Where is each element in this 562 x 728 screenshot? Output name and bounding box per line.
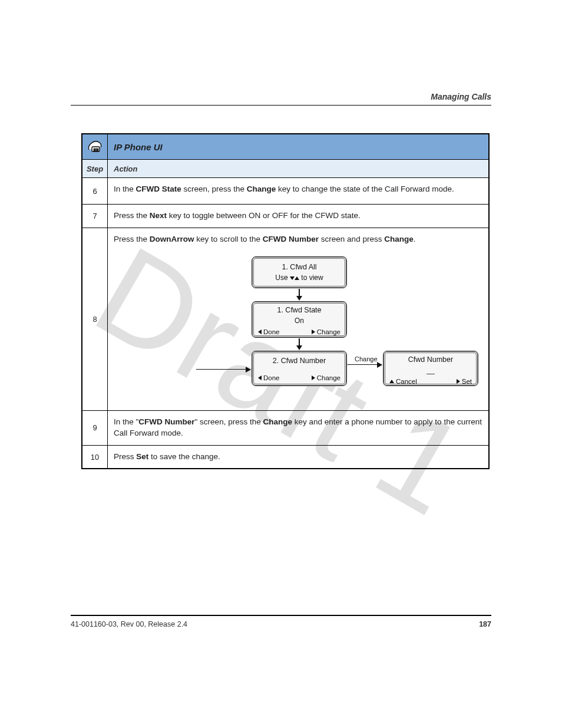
footer-doc-id: 41-001160-03, Rev 00, Release 2.4 <box>71 620 187 628</box>
flow-diagram: 1. Cfwd All Use to view 1. Cfwd State On <box>114 245 482 404</box>
col-header-step: Step <box>82 160 108 178</box>
svg-point-6 <box>97 150 98 151</box>
lcd-softkey-change: Change <box>312 327 340 337</box>
arrow-down-icon <box>296 338 302 350</box>
phone-ui-icon <box>82 134 108 160</box>
header-section-title: Managing Calls <box>431 92 491 101</box>
lcd-softkey-set: Set <box>457 377 472 386</box>
step-number: 10 <box>82 445 108 469</box>
lcd-softkey-done: Done <box>258 327 280 337</box>
lcd-screen-cfwd-number-entry: Cfwd Number __ Cancel Set <box>384 351 478 386</box>
table-row: 10 Press Set to save the change. <box>82 445 489 469</box>
lcd-screen-cfwd-state: 1. Cfwd State On Done Change <box>252 302 346 337</box>
step-number: 9 <box>82 410 108 445</box>
lcd-line: Use to view <box>254 272 345 283</box>
lcd-line: 1. Cfwd All <box>254 259 345 273</box>
triangle-down-icon <box>290 276 295 280</box>
table-row: 9 In the "CFWD Number" screen, press the… <box>82 410 489 445</box>
page: Managing Calls Draft 1 <box>0 0 562 728</box>
step-action-text: Press the DownArrow key to scroll to the… <box>114 234 482 245</box>
step-number: 7 <box>82 205 108 228</box>
lcd-screen-cfwd-all: 1. Cfwd All Use to view <box>252 257 346 288</box>
lcd-softkey-done: Done <box>258 373 280 383</box>
footer-rule <box>71 615 491 616</box>
arrow-right-icon <box>348 364 382 365</box>
svg-point-3 <box>97 149 98 150</box>
triangle-up-icon <box>389 380 394 383</box>
step-action: In the "CFWD Number" screen, press the C… <box>108 410 490 445</box>
step-number: 6 <box>82 178 108 205</box>
table-header-row: Step Action <box>82 160 489 178</box>
flow-edge-label: Change <box>355 355 378 364</box>
procedure-table: IP Phone UI Step Action 6 In the CFWD St… <box>81 133 490 469</box>
svg-point-4 <box>94 150 95 151</box>
col-header-action: Action <box>108 160 490 178</box>
table-row: 7 Press the Next key to toggle between O… <box>82 205 489 228</box>
lcd-line: 2. Cfwd Number <box>254 353 345 367</box>
step-action: In the CFWD State screen, press the Chan… <box>108 178 490 205</box>
footer-page-number: 187 <box>479 620 491 628</box>
lcd-softkey-change: Change <box>312 373 340 383</box>
step-action: Press the Next key to toggle between ON … <box>108 205 490 228</box>
lcd-line: 1. Cfwd State <box>254 304 345 316</box>
lcd-screen-cfwd-number: 2. Cfwd Number Done Change <box>252 351 346 386</box>
triangle-up-icon <box>295 276 299 280</box>
arrow-right-icon <box>196 369 250 370</box>
step-action: Press the DownArrow key to scroll to the… <box>108 228 490 410</box>
svg-point-2 <box>95 149 97 150</box>
table-title-row: IP Phone UI <box>82 134 489 160</box>
lcd-softkey-cancel: Cancel <box>389 377 417 386</box>
table-row: 6 In the CFWD State screen, press the Ch… <box>82 178 489 205</box>
header-rule <box>71 105 491 106</box>
svg-point-5 <box>95 150 97 151</box>
svg-point-1 <box>94 149 95 150</box>
step-number: 8 <box>82 228 108 410</box>
step-action: Press Set to save the change. <box>108 445 490 469</box>
table-row: 8 Press the DownArrow key to scroll to t… <box>82 228 489 410</box>
lcd-line: Cfwd Number <box>385 353 476 365</box>
arrow-down-icon <box>296 289 302 301</box>
table-title: IP Phone UI <box>108 134 490 160</box>
lcd-line: On <box>254 315 345 326</box>
lcd-line: __ <box>385 365 476 375</box>
